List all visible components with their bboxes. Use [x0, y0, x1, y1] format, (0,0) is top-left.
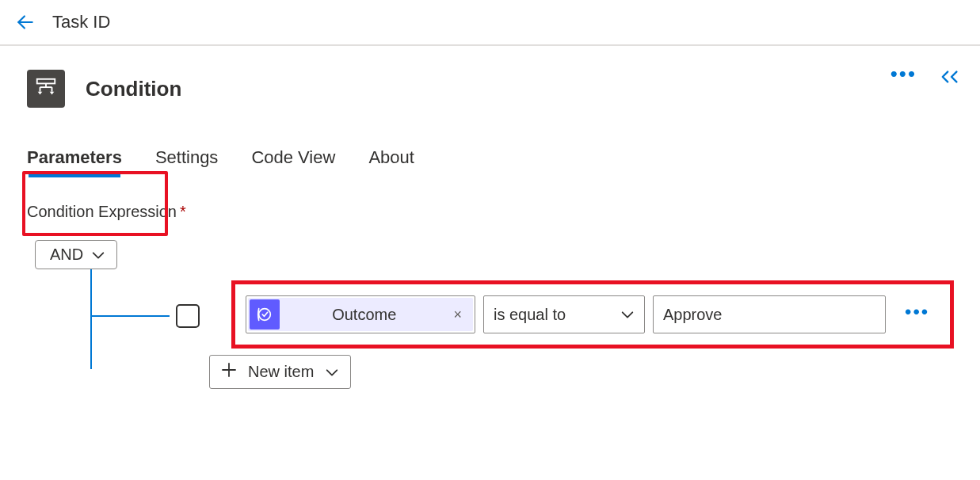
new-item-button[interactable]: New item: [209, 355, 351, 389]
required-indicator: *: [180, 203, 186, 220]
operator-text: is equal to: [494, 306, 566, 324]
condition-expression-label: Condition Expression*: [27, 203, 953, 221]
condition-row: Outcome × is equal to Approve •••: [246, 293, 929, 336]
token-label: Outcome: [288, 306, 440, 324]
plus-icon: [221, 362, 237, 382]
panel-header: Condition •••: [27, 70, 953, 108]
row-select-checkbox[interactable]: [176, 304, 200, 328]
dynamic-token: Outcome ×: [248, 298, 473, 331]
operator-dropdown[interactable]: is equal to: [483, 295, 645, 333]
group-operator-button[interactable]: AND: [35, 240, 117, 269]
tree-connector-vertical: [90, 269, 92, 369]
row-more-button[interactable]: •••: [905, 303, 929, 326]
collapse-button[interactable]: [939, 67, 964, 86]
condition-icon: [27, 70, 65, 108]
tab-code-view[interactable]: Code View: [251, 147, 335, 174]
page-title: Task ID: [52, 12, 110, 32]
value-field[interactable]: Approve: [653, 295, 886, 333]
tabs: Parameters Settings Code View About: [27, 147, 953, 174]
dynamic-content-icon: [250, 299, 280, 330]
section-label-text: Condition Expression: [27, 203, 177, 220]
left-operand-field[interactable]: Outcome ×: [246, 295, 475, 333]
svg-point-6: [259, 309, 271, 321]
tab-about[interactable]: About: [368, 147, 414, 174]
tab-parameters[interactable]: Parameters: [27, 147, 122, 174]
tab-settings[interactable]: Settings: [155, 147, 219, 174]
chevron-down-icon: [91, 250, 105, 261]
new-item-label: New item: [248, 363, 314, 381]
double-chevron-left-icon: [939, 67, 964, 86]
arrow-left-icon: [15, 12, 36, 32]
svg-rect-1: [37, 79, 55, 84]
panel-title: Condition: [86, 77, 181, 101]
token-remove-button[interactable]: ×: [448, 307, 467, 323]
group-operator-label: AND: [50, 246, 83, 264]
chevron-down-icon: [620, 309, 635, 320]
panel-more-button[interactable]: •••: [890, 63, 917, 90]
chevron-down-icon: [325, 367, 339, 378]
top-bar: Task ID: [0, 0, 980, 46]
back-button[interactable]: [13, 10, 38, 35]
condition-panel: Condition ••• Parameters Settings Code V…: [0, 46, 980, 269]
tree-connector-horizontal: [90, 315, 170, 317]
value-text: Approve: [663, 306, 723, 324]
